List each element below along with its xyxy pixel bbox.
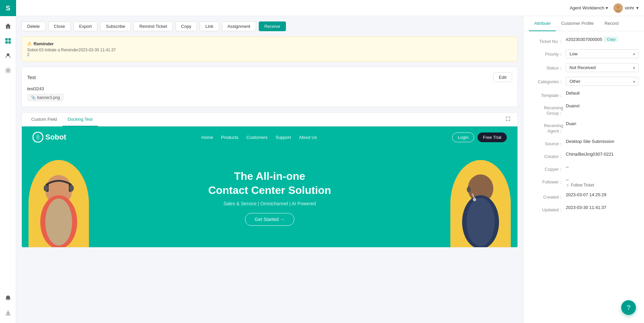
creator-label: Creator： xyxy=(529,152,566,160)
status-label: Status： xyxy=(529,63,566,71)
customer-profile-tab[interactable]: Customer Profile xyxy=(556,16,599,31)
receiving-agent-value: Duan xyxy=(566,121,639,126)
right-panel: Attribute Customer Profile Record Ticket… xyxy=(523,16,644,323)
sidebar-item-notifications[interactable] xyxy=(2,292,14,304)
tab-container: Custom Field Docking Test xyxy=(21,112,518,248)
source-value: Desktop Site Submission xyxy=(566,139,639,144)
priority-row: Priority： Low Medium High xyxy=(529,49,639,58)
agent-workbench-label: Agent Workbench xyxy=(570,5,604,10)
custom-field-tab[interactable]: Custom Field xyxy=(26,113,62,126)
ticket-content: test3243 xyxy=(27,86,512,91)
attachment-icon: 📎 xyxy=(31,95,36,100)
sobot-login-button[interactable]: Login xyxy=(452,132,474,142)
receiving-group-label: Receiving Group： xyxy=(529,103,566,116)
categories-select[interactable]: Other Technical Billing xyxy=(566,77,639,86)
svg-rect-4 xyxy=(8,38,11,41)
updated-label: Updated： xyxy=(529,205,566,213)
ticket-no-label: Ticket No.： xyxy=(529,37,566,45)
follower-text: -- xyxy=(566,177,639,182)
user-chevron: ▾ xyxy=(636,5,639,10)
reminder-title-text: Reminder xyxy=(34,41,54,46)
right-panel-tabs: Attribute Customer Profile Record xyxy=(524,16,644,31)
ticket-no-text: #20230307000005 xyxy=(566,37,602,42)
close-button[interactable]: Close xyxy=(48,21,71,31)
svg-point-12 xyxy=(45,199,72,246)
receiving-group-row: Receiving Group： DuanxI xyxy=(529,103,639,116)
subscribe-button[interactable]: Subscribe xyxy=(100,21,131,31)
receiving-agent-label: Receiving Agent： xyxy=(529,121,566,134)
assignment-button[interactable]: Assignment xyxy=(222,21,256,31)
hero-subtext: Sales & Service | Omnichannel | AI Power… xyxy=(208,201,331,206)
help-fab[interactable]: ? xyxy=(621,300,636,315)
remind-ticket-button[interactable]: Remind Ticket xyxy=(134,21,172,31)
nav-products[interactable]: Products xyxy=(221,135,238,140)
sobot-logo-icon xyxy=(33,132,43,143)
attachment-name: banner3.png xyxy=(37,95,60,100)
export-button[interactable]: Export xyxy=(73,21,98,31)
tabs: Custom Field Docking Test xyxy=(26,113,98,126)
ticket-title: Test xyxy=(27,75,36,80)
receiving-agent-row: Receiving Agent： Duan xyxy=(529,121,639,134)
status-value: Not Received In Progress Resolved xyxy=(566,63,639,72)
ticket-no-copy-button[interactable]: Copy xyxy=(604,37,618,42)
follow-ticket-button[interactable]: ★ Follow Ticket xyxy=(566,183,639,187)
custom-field-tab-label: Custom Field xyxy=(31,117,57,122)
priority-label: Priority： xyxy=(529,49,566,57)
sidebar-bottom xyxy=(2,292,14,319)
record-tab-label: Record xyxy=(604,21,618,26)
home-icon xyxy=(5,23,11,30)
sobot-hero: The All-in-one Contact Center Solution S… xyxy=(22,148,517,247)
edit-button[interactable]: Edit xyxy=(493,72,512,82)
follow-ticket-label: Follow Ticket xyxy=(571,183,594,187)
user-menu[interactable]: xinhr ▾ xyxy=(613,3,639,13)
sobot-hero-text: The All-in-one Contact Center Solution S… xyxy=(208,169,331,225)
sobot-banner: Sobot Home Products Customers Support Ab… xyxy=(22,126,517,247)
main-content: DeleteCloseExportSubscribeRemind TicketC… xyxy=(16,16,523,323)
star-icon: ★ xyxy=(566,183,569,187)
sidebar-item-download[interactable] xyxy=(2,307,14,319)
receiving-group-value: DuanxI xyxy=(566,103,639,108)
updated-value: 2023-03-30 11:41:37 xyxy=(566,205,639,210)
svg-point-16 xyxy=(69,185,74,192)
categories-value: Other Technical Billing xyxy=(566,77,639,86)
svg-point-21 xyxy=(473,198,476,201)
status-row: Status： Not Received In Progress Resolve… xyxy=(529,63,639,72)
get-started-button[interactable]: Get Started → xyxy=(245,213,294,226)
sidebar-item-home[interactable] xyxy=(2,20,14,32)
link-button[interactable]: Link xyxy=(200,21,219,31)
record-tab[interactable]: Record xyxy=(599,16,624,31)
expand-icon[interactable] xyxy=(503,113,513,125)
sobot-logo: Sobot xyxy=(33,132,66,143)
ticket-title-row: Test Edit xyxy=(27,72,512,82)
top-nav: S Agent Workbench ▾ xinhr ▾ xyxy=(0,0,644,16)
sidebar-item-users[interactable] xyxy=(2,50,14,62)
agent-workbench-chevron: ▾ xyxy=(606,5,608,10)
nav-home[interactable]: Home xyxy=(201,135,213,140)
agent-workbench-selector[interactable]: Agent Workbench ▾ xyxy=(570,5,608,10)
ticket-no-row: Ticket No.： #20230307000005 Copy xyxy=(529,37,639,45)
customer-profile-tab-label: Customer Profile xyxy=(561,21,594,26)
docking-test-tab[interactable]: Docking Test xyxy=(62,113,98,126)
receive-button[interactable]: Receive xyxy=(259,21,286,31)
user-icon xyxy=(5,52,11,59)
follower-row: Follower： -- ★ Follow Ticket xyxy=(529,177,639,187)
nav-about[interactable]: About Us xyxy=(299,135,317,140)
nav-support[interactable]: Support xyxy=(276,135,291,140)
svg-rect-5 xyxy=(5,41,8,44)
username-label: xinhr xyxy=(625,5,634,10)
ticket-body: Test Edit test3243 📎 banner3.png xyxy=(21,67,518,107)
copyer-value: -- xyxy=(566,164,639,169)
nav-customers[interactable]: Customers xyxy=(246,135,267,140)
sidebar-item-grid[interactable] xyxy=(2,35,14,47)
copy-button[interactable]: Copy xyxy=(176,21,197,31)
categories-label: Categories： xyxy=(529,77,566,85)
sidebar-item-settings[interactable] xyxy=(2,64,14,76)
top-nav-right: Agent Workbench ▾ xinhr ▾ xyxy=(570,3,639,13)
delete-button[interactable]: Delete xyxy=(21,21,46,31)
attribute-tab[interactable]: Attribute xyxy=(529,16,556,31)
reminder-title: ⚠ Reminder xyxy=(27,41,512,46)
status-select[interactable]: Not Received In Progress Resolved xyxy=(566,63,639,72)
priority-select[interactable]: Low Medium High xyxy=(566,49,639,58)
follower-label: Follower： xyxy=(529,177,566,185)
sobot-free-trial-button[interactable]: Free Trial xyxy=(478,132,507,142)
